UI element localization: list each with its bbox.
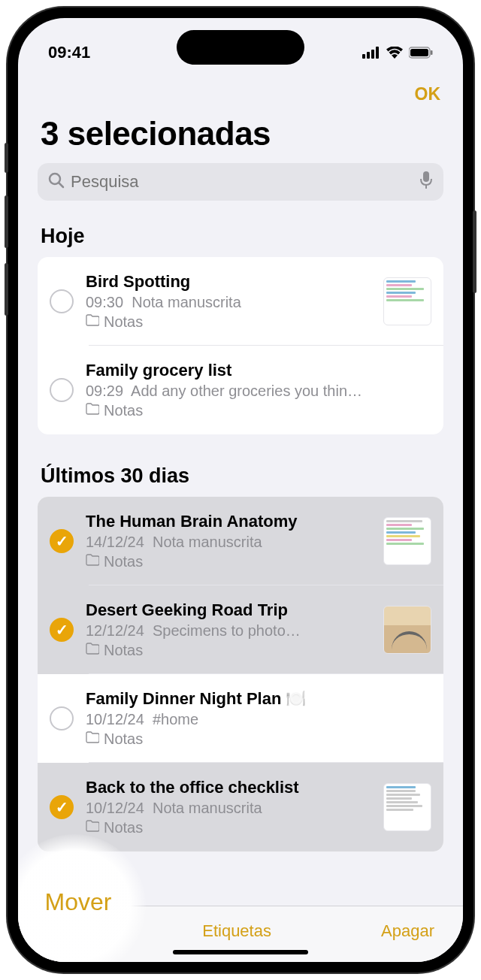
search-input[interactable]	[71, 172, 419, 192]
note-thumbnail	[383, 783, 431, 831]
volume-down	[5, 263, 8, 316]
svg-rect-2	[371, 50, 374, 59]
note-meta: 14/12/24 Nota manuscrita	[86, 534, 371, 551]
section-header: Hoje	[18, 216, 463, 257]
note-content: The Human Brain Anatomy 14/12/24 Nota ma…	[86, 512, 371, 570]
ok-button[interactable]: OK	[415, 84, 441, 104]
signal-icon	[362, 47, 380, 59]
tags-button[interactable]: Etiquetas	[202, 921, 271, 941]
note-meta: 09:29 Add any other groceries you thin…	[86, 383, 431, 400]
note-folder: Notas	[86, 402, 431, 419]
note-content: Bird Spotting 09:30 Nota manuscrita Nota…	[86, 272, 371, 331]
note-folder: Notas	[86, 553, 371, 570]
nav-bar: OK	[18, 71, 463, 110]
note-item[interactable]: Desert Geeking Road Trip 12/12/24 Specim…	[38, 585, 443, 674]
note-meta: 10/12/24 Nota manuscrita	[86, 800, 371, 817]
note-title: The Human Brain Anatomy	[86, 512, 371, 531]
silent-switch	[5, 143, 8, 173]
note-group: The Human Brain Anatomy 14/12/24 Nota ma…	[38, 497, 443, 851]
note-thumbnail	[383, 606, 431, 654]
svg-rect-1	[367, 52, 370, 59]
note-item[interactable]: Bird Spotting 09:30 Nota manuscrita Nota…	[38, 257, 443, 346]
note-folder: Notas	[86, 642, 371, 659]
note-title: Family Dinner Night Plan 🍽️	[86, 689, 431, 709]
folder-icon	[86, 819, 99, 836]
note-thumbnail	[383, 277, 431, 325]
checkbox[interactable]	[50, 529, 74, 553]
page-title: 3 selecionadas	[18, 110, 463, 163]
svg-rect-0	[362, 54, 365, 59]
svg-rect-6	[431, 50, 433, 55]
status-icons	[362, 47, 433, 59]
wifi-icon	[386, 47, 403, 59]
note-content: Desert Geeking Road Trip 12/12/24 Specim…	[86, 600, 371, 659]
battery-icon	[409, 47, 433, 59]
note-title: Desert Geeking Road Trip	[86, 600, 371, 620]
note-meta: 12/12/24 Specimens to photo…	[86, 622, 371, 640]
svg-rect-5	[410, 49, 428, 56]
note-content: Family Dinner Night Plan 🍽️ 10/12/24 #ho…	[86, 689, 431, 748]
note-content: Family grocery list 09:29 Add any other …	[86, 361, 431, 419]
svg-rect-9	[423, 171, 429, 182]
section-header: Últimos 30 dias	[18, 455, 463, 497]
dynamic-island	[177, 30, 304, 65]
checkbox[interactable]	[50, 706, 74, 730]
note-item[interactable]: The Human Brain Anatomy 14/12/24 Nota ma…	[38, 497, 443, 585]
folder-icon	[86, 313, 99, 331]
delete-button[interactable]: Apagar	[381, 921, 434, 941]
note-folder: Notas	[86, 313, 371, 331]
phone-frame: 09:41 OK 3 selecionadas	[8, 8, 473, 972]
folder-icon	[86, 553, 99, 570]
folder-icon	[86, 402, 99, 419]
screen: 09:41 OK 3 selecionadas	[18, 18, 463, 962]
note-folder: Notas	[86, 730, 431, 748]
note-title: Back to the office checklist	[86, 778, 371, 797]
note-folder: Notas	[86, 819, 371, 836]
folder-icon	[86, 730, 99, 748]
note-content: Back to the office checklist 10/12/24 No…	[86, 778, 371, 836]
home-indicator[interactable]	[173, 950, 308, 954]
checkbox[interactable]	[50, 795, 74, 819]
search-icon	[48, 172, 65, 192]
svg-line-8	[59, 183, 63, 187]
note-group: Bird Spotting 09:30 Nota manuscrita Nota…	[38, 257, 443, 434]
checkbox[interactable]	[50, 378, 74, 402]
checkbox[interactable]	[50, 289, 74, 313]
power-button	[473, 210, 476, 293]
note-meta: 09:30 Nota manuscrita	[86, 294, 371, 311]
svg-rect-3	[376, 47, 379, 59]
note-title: Bird Spotting	[86, 272, 371, 292]
move-button-highlighted[interactable]: Mover	[45, 888, 112, 916]
note-item[interactable]: Family Dinner Night Plan 🍽️ 10/12/24 #ho…	[38, 674, 443, 763]
mic-icon[interactable]	[419, 171, 433, 192]
note-item[interactable]: Family grocery list 09:29 Add any other …	[38, 346, 443, 434]
checkbox[interactable]	[50, 618, 74, 642]
note-title: Family grocery list	[86, 361, 431, 380]
volume-up	[5, 195, 8, 248]
note-meta: 10/12/24 #home	[86, 711, 431, 728]
notes-list: Hoje Bird Spotting 09:30 Nota manuscrita…	[18, 216, 463, 906]
folder-icon	[86, 642, 99, 659]
search-bar[interactable]	[38, 163, 443, 201]
status-time: 09:41	[48, 43, 90, 62]
note-thumbnail	[383, 517, 431, 565]
